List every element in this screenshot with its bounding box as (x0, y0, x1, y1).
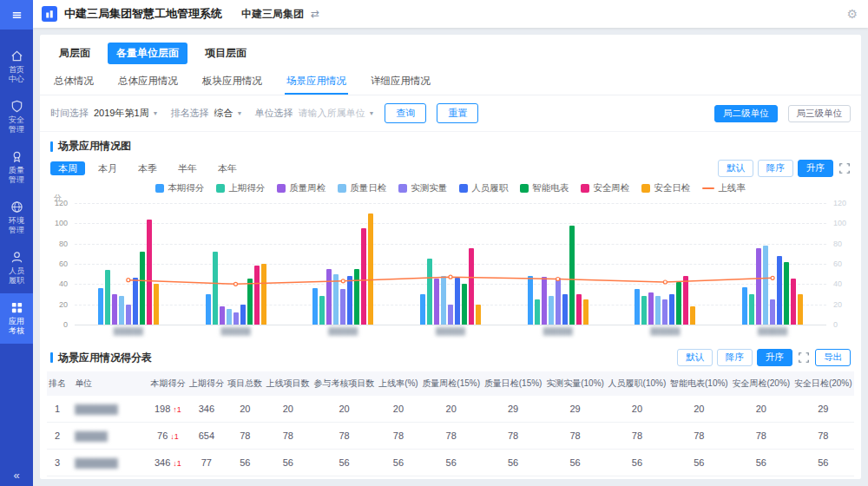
bar[interactable] (112, 294, 117, 325)
bar[interactable] (326, 269, 332, 325)
bar[interactable] (462, 284, 467, 325)
legend-item-5[interactable]: 人员履职 (459, 182, 508, 194)
rank-select[interactable]: 综合▼ (214, 107, 243, 120)
switch-org-icon[interactable]: ⇄ (311, 8, 319, 20)
sidebar-item-home[interactable]: 首页中心 (0, 42, 33, 92)
bar[interactable] (648, 292, 654, 325)
time-select[interactable]: 2019年第1周▼ (94, 107, 159, 120)
bar[interactable] (635, 289, 640, 325)
table-row[interactable]: 2██████76↓16547878787878787878787878 (47, 423, 854, 450)
period-tab-0[interactable]: 本周 (50, 161, 85, 175)
legend-item-8[interactable]: 安全日检 (641, 182, 690, 194)
level1-tab-2[interactable]: 项目层面 (196, 43, 255, 64)
bar[interactable] (119, 296, 124, 325)
bar[interactable] (556, 278, 561, 325)
sidebar-item-person[interactable]: 人员履职 (0, 243, 33, 293)
period-tab-4[interactable]: 本年 (210, 161, 245, 175)
bar[interactable] (742, 287, 747, 325)
export-button[interactable]: 导出 (815, 349, 851, 366)
bar[interactable] (105, 270, 110, 325)
bar[interactable] (233, 312, 239, 325)
legend-item-7[interactable]: 安全周检 (581, 182, 629, 194)
table-row[interactable]: 3████████346↓1775656565656565656565656 (47, 450, 854, 476)
bar[interactable] (791, 279, 796, 325)
bar[interactable] (583, 299, 589, 325)
period-tab-2[interactable]: 本季 (130, 161, 165, 175)
bar[interactable] (213, 252, 218, 325)
bar[interactable] (126, 305, 131, 325)
bar[interactable] (319, 296, 325, 325)
legend-item-2[interactable]: 质量周检 (277, 182, 326, 194)
bar[interactable] (240, 305, 246, 325)
bar[interactable] (476, 305, 481, 325)
level2-tab-3[interactable]: 场景应用情况 (285, 69, 348, 95)
bar[interactable] (448, 305, 453, 325)
bar[interactable] (749, 294, 754, 325)
bar[interactable] (420, 294, 425, 325)
bar[interactable] (98, 288, 103, 325)
chart-sort-button-2[interactable]: 升序 (798, 160, 833, 177)
bar[interactable] (549, 296, 554, 325)
bar[interactable] (676, 282, 681, 325)
settings-gear-icon[interactable]: ⚙ (846, 7, 858, 21)
bar[interactable] (147, 220, 152, 325)
unit-level-button-1[interactable]: 局三级单位 (788, 105, 852, 122)
bar[interactable] (690, 306, 695, 325)
bar[interactable] (576, 294, 582, 325)
level2-tab-0[interactable]: 总体情况 (52, 69, 95, 95)
bar[interactable] (140, 252, 145, 325)
legend-item-0[interactable]: 本期得分 (155, 182, 204, 194)
bar[interactable] (562, 294, 568, 325)
sidebar-item-globe[interactable]: 环境管理 (0, 193, 33, 243)
sidebar-item-apps[interactable]: 应用考核 (0, 293, 33, 344)
level1-tab-0[interactable]: 局层面 (50, 43, 99, 64)
legend-item-6[interactable]: 智能电表 (520, 182, 569, 194)
bar[interactable] (535, 299, 540, 325)
unit-select[interactable]: 请输入所属单位▼ (298, 107, 374, 120)
reset-button[interactable]: 重置 (437, 103, 478, 123)
bar[interactable] (220, 306, 225, 325)
bar[interactable] (247, 279, 253, 325)
bar[interactable] (154, 284, 159, 325)
bar[interactable] (434, 279, 439, 325)
table-row[interactable]: 1████████198↑13462020202020292920202029 (47, 396, 854, 423)
bar[interactable] (354, 269, 359, 325)
table-sort-button-0[interactable]: 默认 (677, 349, 713, 366)
bar[interactable] (206, 294, 211, 325)
level2-tab-2[interactable]: 板块应用情况 (201, 69, 264, 95)
bar[interactable] (254, 266, 260, 325)
collapse-table-icon[interactable] (798, 351, 810, 364)
table-sort-button-1[interactable]: 降序 (717, 349, 753, 366)
level1-tab-1[interactable]: 各量单位层面 (108, 43, 187, 64)
level2-tab-1[interactable]: 总体应用情况 (116, 69, 180, 95)
bar[interactable] (569, 226, 575, 325)
legend-item-3[interactable]: 质量日检 (338, 182, 386, 194)
legend-item-1[interactable]: 上期得分 (216, 182, 265, 194)
bar[interactable] (312, 288, 318, 325)
bar[interactable] (669, 294, 674, 325)
bar[interactable] (333, 274, 339, 325)
bar[interactable] (133, 278, 138, 325)
fullscreen-icon[interactable] (838, 162, 851, 174)
bar[interactable] (227, 309, 232, 325)
bar[interactable] (340, 289, 345, 325)
collapse-sidebar-icon[interactable]: « (13, 470, 19, 481)
bar[interactable] (441, 276, 446, 325)
bar[interactable] (641, 296, 647, 325)
bar[interactable] (655, 296, 661, 325)
bar[interactable] (368, 213, 373, 325)
sidebar-item-shield[interactable]: 安全管理 (0, 92, 33, 142)
unit-level-button-0[interactable]: 局二级单位 (714, 105, 778, 122)
bar[interactable] (756, 248, 761, 325)
period-tab-1[interactable]: 本月 (90, 161, 125, 175)
bar[interactable] (455, 278, 460, 325)
level2-tab-4[interactable]: 详细应用情况 (369, 69, 432, 95)
bar[interactable] (763, 246, 768, 325)
bar[interactable] (528, 276, 533, 325)
period-tab-3[interactable]: 半年 (170, 161, 205, 175)
chart-sort-button-0[interactable]: 默认 (718, 160, 753, 177)
bar[interactable] (469, 248, 474, 325)
bar[interactable] (770, 299, 775, 325)
bar[interactable] (784, 262, 789, 325)
bar[interactable] (798, 294, 803, 325)
